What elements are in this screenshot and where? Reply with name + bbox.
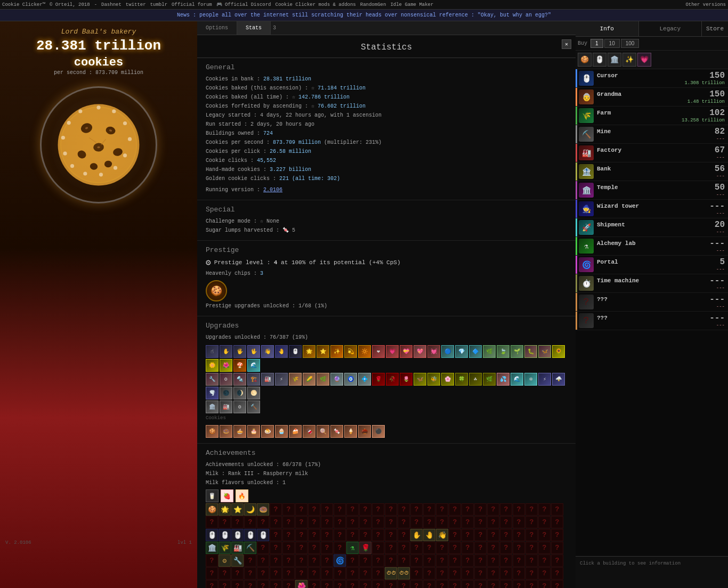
achievement-icon[interactable]: ? [270,516,282,528]
achievement-icon[interactable]: ? [231,567,244,579]
upgrade-icon[interactable]: ✨ [330,345,343,358]
achievement-icon[interactable]: ? [334,503,346,516]
upgrade-icon[interactable]: 🌱 [511,345,523,358]
upgrade-icon[interactable]: ✋ [220,345,232,358]
achievement-icon[interactable]: ? [474,516,487,528]
building-shipment-row[interactable]: 🚀 Shipment 20 --- [576,218,728,237]
building-cursor-row[interactable]: 🖱️ Cursor 150 1.308 trillion [576,69,728,88]
achievement-icon[interactable]: ? [282,516,295,528]
big-cookie[interactable] [40,86,157,203]
achievement-icon[interactable]: ? [436,554,448,567]
achievement-icon[interactable]: ? [282,554,295,567]
stats-panel[interactable]: ✕ Statistics General Cookies in bank : 2… [197,35,576,588]
upgrade-icon[interactable]: 🌿 [483,373,496,386]
achievement-icon[interactable]: ? [474,542,487,554]
achievement-icon[interactable]: ? [308,529,320,541]
cookie-upgrade-icon[interactable]: 🥧 [233,425,246,438]
upgrade-icon[interactable]: 🌿 [483,345,496,358]
achievement-icon[interactable]: ? [321,580,333,588]
upgrade-icon[interactable]: 🍀 [455,373,468,386]
achievement-icon[interactable]: ? [372,542,384,554]
achievement-icon[interactable]: ? [321,542,333,554]
achievement-icon[interactable]: ? [219,580,231,588]
achievement-icon[interactable]: ? [551,554,563,567]
cookie-upgrade-icon[interactable]: 🍪 [206,425,219,438]
upgrade-icon[interactable]: 🍃 [497,345,509,358]
achievement-icon[interactable]: ? [385,542,397,554]
building-unknown2-row[interactable]: ? ??? --- --- [576,312,728,330]
achievement-icon[interactable]: ⚙️ [219,554,231,567]
achievement-icon[interactable]: ? [513,580,525,588]
upgrade-icon[interactable]: 🌟 [303,345,316,358]
achievement-icon[interactable]: ? [359,580,371,588]
topbar-official-forum-link[interactable]: Official forum [172,2,212,7]
achievement-icon[interactable]: ? [257,580,269,588]
achievement-icon[interactable]: ? [231,580,244,588]
achievement-icon[interactable]: 👋 [436,529,448,541]
upgrade-icon[interactable]: 🌩️ [552,373,565,386]
building-alchemy-row[interactable]: ⚗️ Alchemy lab --- --- [576,237,728,256]
topbar-mods-link[interactable]: Cookie Clicker mods & addons [276,2,356,7]
achievement-icon[interactable]: ? [334,567,346,579]
upgrade-icon[interactable]: 💠 [358,373,371,386]
achievement-icon[interactable]: ? [500,503,512,516]
cookie-upgrade-icon[interactable]: 🍭 [317,425,329,438]
upgrade-icon[interactable]: ❄️ [524,373,537,386]
achievement-icon[interactable]: ? [257,516,269,528]
upgrade-building-icon[interactable]: 🏭 [220,401,232,413]
achievement-icon[interactable]: ? [321,554,333,567]
topbar-cookie-clicker-link[interactable]: Cookie Clicker™ [2,2,45,7]
achievement-icon[interactable]: ? [385,529,397,541]
achievement-icon[interactable]: ? [538,516,551,528]
achievement-icon[interactable]: ? [525,580,538,588]
achievement-icon[interactable]: ? [359,529,371,541]
cookie-upgrade-icon[interactable]: 🍦 [344,425,357,438]
achievement-icon[interactable]: ? [487,554,499,567]
achievement-icon[interactable]: ? [513,529,525,541]
achievement-icon[interactable]: ? [551,503,563,516]
topbar-dashnet-link[interactable]: Dashnet [101,2,122,7]
achievement-icon[interactable]: ? [410,580,423,588]
achievement-icon[interactable]: ? [257,567,269,579]
achievement-icon[interactable]: ? [257,554,269,567]
achievement-icon[interactable]: ? [449,542,461,554]
achievement-icon[interactable]: ? [244,554,256,567]
upgrade-icon[interactable]: 🖱️ [289,345,302,358]
achievement-icon[interactable]: ? [346,567,359,579]
upgrade-icon[interactable]: 🌾 [289,373,302,386]
achievement-icon[interactable]: ? [321,567,333,579]
achievement-icon[interactable]: ? [334,542,346,554]
topbar-discord-link[interactable]: 🎮 Official Discord [216,2,271,7]
upgrade-icon[interactable]: 🌪️ [206,387,219,399]
upgrade-icon[interactable]: ❤️ [372,345,385,358]
achievement-icon[interactable]: ? [282,529,295,541]
achievement-icon[interactable]: 🖱️ [244,529,256,541]
upgrade-icon[interactable]: 🔵 [441,345,454,358]
upgrade-icon[interactable]: 🦋 [414,373,426,386]
achievement-icon[interactable]: ? [206,567,218,579]
achievement-icon[interactable]: ? [423,542,435,554]
achievement-icon[interactable]: ? [295,503,308,516]
achievement-icon[interactable]: ? [423,580,435,588]
achievement-icon[interactable]: ? [385,503,397,516]
achievement-icon[interactable]: ? [308,554,320,567]
upgrade-icon[interactable]: ☝️ [206,345,219,358]
upgrade-icon[interactable]: 🏗️ [247,373,260,386]
achievement-icon[interactable]: ? [500,567,512,579]
achievement-icon[interactable]: 🏭 [231,542,244,554]
achievement-icon[interactable]: ? [295,542,308,554]
cookie-upgrade-icon[interactable]: 🍰 [289,425,302,438]
achievement-icon[interactable]: ? [270,554,282,567]
achievement-icon[interactable]: ? [295,554,308,567]
topbar-tumblr-link[interactable]: tumblr [150,2,167,7]
achievement-icon[interactable]: 🍩 [257,503,269,516]
achievement-icon[interactable]: ? [372,567,384,579]
upgrade-icon[interactable]: 🌊 [511,373,523,386]
achievement-icon[interactable]: ? [346,516,359,528]
achievement-icon[interactable]: ? [462,542,474,554]
store-pink-icon[interactable]: 💗 [637,53,651,67]
upgrade-icon[interactable]: 🌻 [552,345,565,358]
achievement-icon[interactable]: ? [308,516,320,528]
achievement-icon[interactable]: ? [346,529,359,541]
upgrade-icon[interactable]: ⚙️ [220,373,232,386]
